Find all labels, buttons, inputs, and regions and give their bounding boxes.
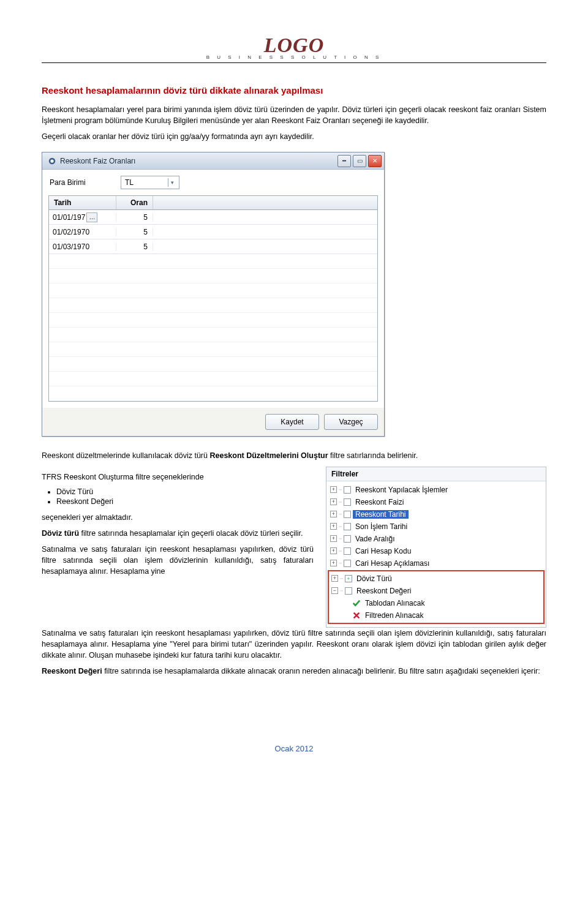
cross-icon bbox=[352, 611, 361, 620]
tree-child-tablodan[interactable]: Tablodan Alınacak bbox=[329, 597, 543, 609]
tree-item[interactable]: +┈Cari Hesap Açıklaması bbox=[328, 557, 545, 570]
header-logo: LOGO B U S I N E S S S O L U T I O N S bbox=[42, 34, 546, 60]
logo-text: LOGO bbox=[42, 34, 546, 57]
paragraph-1: Reeskont hesaplamaları yerel para birimi… bbox=[42, 104, 546, 126]
cell-oran[interactable]: 5 bbox=[116, 213, 153, 222]
tree-item[interactable]: +┈Son İşlem Tarihi bbox=[328, 521, 545, 533]
tree-item[interactable]: +┈Reeskont Yapılacak İşlemler bbox=[328, 484, 545, 496]
paragraph-7: Satınalma ve satış faturaları için reesk… bbox=[42, 628, 546, 661]
dialog-title: Reeskont Faiz Oranları bbox=[60, 157, 337, 165]
grid-row[interactable]: 01/01/197 … 5 bbox=[49, 210, 377, 225]
para-birimi-value: TL bbox=[125, 178, 134, 187]
tree-child-filtreden[interactable]: Filtreden Alınacak bbox=[329, 609, 543, 622]
cell-oran[interactable]: 5 bbox=[116, 242, 153, 251]
para-birimi-select[interactable]: TL ▾ bbox=[121, 176, 179, 189]
grid-row[interactable]: 01/03/1970 5 bbox=[49, 239, 377, 254]
cancel-button[interactable]: Vazgeç bbox=[324, 414, 378, 430]
page-footer: Ocak 2012 bbox=[42, 744, 546, 753]
check-icon bbox=[352, 599, 361, 607]
svg-point-1 bbox=[50, 159, 53, 162]
para-birimi-label: Para Birimi bbox=[48, 178, 116, 187]
date-picker-button[interactable]: … bbox=[86, 212, 97, 222]
cell-tarih[interactable]: 01/02/1970 bbox=[53, 228, 89, 236]
tree-item[interactable]: +┈Cari Hesap Kodu bbox=[328, 545, 545, 557]
cell-tarih[interactable]: 01/01/197 bbox=[53, 213, 85, 222]
filter-panel: Filtreler +┈Reeskont Yapılacak İşlemler … bbox=[326, 467, 546, 628]
highlighted-filters: +┈Döviz Türü −┈Reeskont Değeri Tablodan … bbox=[328, 570, 545, 624]
col-header-tarih[interactable]: Tarih bbox=[49, 196, 116, 209]
minimize-button[interactable]: ━ bbox=[337, 155, 351, 167]
paragraph-7-part: Satınalma ve satış faturaları için reesk… bbox=[42, 544, 314, 577]
tree-item-doviz-turu[interactable]: +┈Döviz Türü bbox=[329, 573, 543, 585]
bullet-list: Döviz Türü Reeskont Değeri bbox=[56, 487, 314, 506]
paragraph-6: Döviz türü filtre satırında hesaplamalar… bbox=[42, 528, 314, 539]
grid-row[interactable]: 01/02/1970 5 bbox=[49, 225, 377, 239]
filter-heading: Filtreler bbox=[326, 467, 546, 481]
list-item: Döviz Türü bbox=[56, 487, 314, 496]
maximize-button[interactable]: ▭ bbox=[353, 155, 366, 167]
dialog-app-icon bbox=[47, 156, 56, 165]
tree-item-reeskont-degeri[interactable]: −┈Reeskont Değeri bbox=[329, 585, 543, 597]
paragraph-8: Reeskont Değeri filtre satırında ise hes… bbox=[42, 666, 546, 677]
tree-item-selected[interactable]: +┈Reeskont Tarihi bbox=[328, 508, 545, 521]
logo-tagline: B U S I N E S S S O L U T I O N S bbox=[42, 55, 546, 60]
tree-item[interactable]: +┈Reeskont Faizi bbox=[328, 496, 545, 508]
paragraph-4: TFRS Reeskont Oluşturma filtre seçenekle… bbox=[42, 472, 314, 483]
save-button[interactable]: Kaydet bbox=[265, 414, 319, 430]
rates-grid[interactable]: Tarih Oran 01/01/197 … 5 01/02/1970 5 0 bbox=[48, 195, 378, 402]
header-divider bbox=[42, 62, 546, 63]
list-item: Reeskont Değeri bbox=[56, 497, 314, 506]
paragraph-5: seçenekleri yer almaktadır. bbox=[42, 512, 314, 523]
tree-item[interactable]: +┈Vade Aralığı bbox=[328, 533, 545, 545]
cell-tarih[interactable]: 01/03/1970 bbox=[53, 242, 89, 251]
cell-oran[interactable]: 5 bbox=[116, 228, 153, 236]
page-title: Reeskont hesaplamalarının döviz türü dik… bbox=[42, 85, 546, 96]
col-header-oran[interactable]: Oran bbox=[116, 196, 153, 209]
filter-tree[interactable]: +┈Reeskont Yapılacak İşlemler +┈Reeskont… bbox=[326, 481, 546, 627]
paragraph-3: Reeskont düzeltmelerinde kullanılacak dö… bbox=[42, 450, 546, 461]
chevron-down-icon: ▾ bbox=[168, 178, 176, 187]
close-button[interactable]: ✕ bbox=[368, 155, 382, 167]
paragraph-2: Geçerli olacak oranlar her döviz türü iç… bbox=[42, 131, 546, 142]
reeskont-dialog: Reeskont Faiz Oranları ━ ▭ ✕ Para Birimi… bbox=[42, 152, 385, 437]
dialog-titlebar[interactable]: Reeskont Faiz Oranları ━ ▭ ✕ bbox=[42, 152, 384, 170]
